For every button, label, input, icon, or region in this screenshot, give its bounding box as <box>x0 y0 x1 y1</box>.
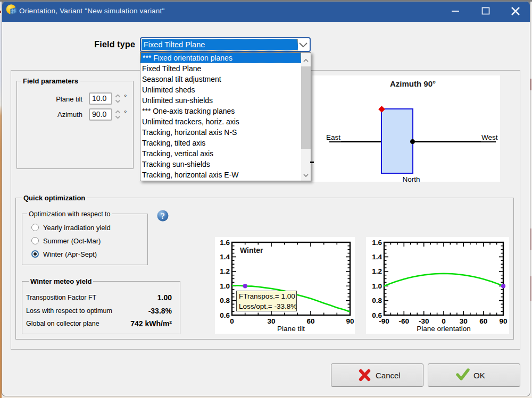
svg-text:60: 60 <box>306 317 314 325</box>
svg-text:90: 90 <box>499 317 507 325</box>
svg-text:0: 0 <box>230 317 234 325</box>
svg-text:0: 0 <box>442 317 446 325</box>
svg-text:30: 30 <box>460 317 468 325</box>
svg-text:0.8: 0.8 <box>220 297 230 304</box>
svg-text:90: 90 <box>346 317 354 325</box>
svg-text:?: ? <box>161 211 165 221</box>
svg-text:1.4: 1.4 <box>372 253 382 261</box>
svg-text:1.6: 1.6 <box>372 239 382 247</box>
svg-text:60: 60 <box>479 317 487 325</box>
svg-text:Plane tilt: Plane tilt <box>277 325 305 333</box>
svg-text:1.0: 1.0 <box>220 282 230 290</box>
svg-text:1.2: 1.2 <box>372 267 382 275</box>
svg-text:0.6: 0.6 <box>220 311 230 319</box>
svg-text:0.8: 0.8 <box>372 297 382 304</box>
svg-text:1.4: 1.4 <box>220 253 230 261</box>
svg-text:1.0: 1.0 <box>372 282 382 290</box>
svg-text:30: 30 <box>267 317 275 325</box>
svg-text:1.6: 1.6 <box>220 239 230 247</box>
svg-text:-90: -90 <box>379 317 389 325</box>
svg-text:-30: -30 <box>419 317 429 325</box>
svg-text:Winter: Winter <box>240 246 263 255</box>
svg-text:-60: -60 <box>399 317 410 325</box>
svg-text:1.2: 1.2 <box>220 267 230 275</box>
svg-text:Plane orientation: Plane orientation <box>417 325 470 333</box>
